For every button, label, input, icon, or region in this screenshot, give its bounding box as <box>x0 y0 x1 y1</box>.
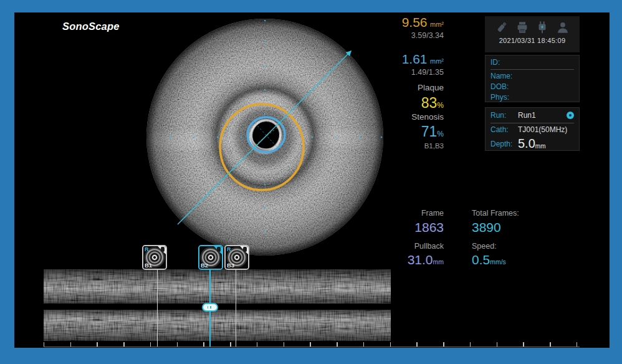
total-frames-column: Total Frames: 3890 Speed: 0.5mm/s <box>472 209 590 266</box>
recorded-marker: R <box>145 246 149 252</box>
plaque-value: 83% <box>325 96 444 110</box>
run-info-icon[interactable] <box>567 112 574 119</box>
monitor-bezel: { "brand": { "logo": "SonoScape" }, "too… <box>0 0 622 364</box>
bookmark-thumbnail-b3[interactable]: R B3 <box>224 245 249 270</box>
printer-icon[interactable] <box>515 21 529 34</box>
patient-info-panel: ID: Name: DOB: Phys: <box>485 55 580 102</box>
cath-label: Cath: <box>490 125 518 134</box>
patient-name-field: Name: <box>490 71 574 82</box>
frame-slider-handle[interactable] <box>202 303 218 312</box>
stenosis-value: 71% <box>325 125 444 139</box>
catheter-row: Cath: TJ001(50MHz) <box>490 123 574 136</box>
depth-row: Depth: 5.0 mm <box>490 136 574 151</box>
sonoscape-logo: SonoScape <box>62 21 120 32</box>
user-icon[interactable] <box>556 21 570 34</box>
depth-unit: mm <box>535 143 546 151</box>
stenosis-label: Stenosis <box>325 113 444 122</box>
pullback-ruler <box>44 342 580 347</box>
system-toolbar: 2021/03/31 18:45:09 <box>485 16 580 52</box>
lumen-area-value: 1.61 mm² <box>325 52 444 65</box>
run-value: Run1 <box>518 111 536 120</box>
usb-icon[interactable] <box>495 21 509 34</box>
bookmark-label: B1 <box>145 262 152 269</box>
speed-label: Speed: <box>472 242 590 251</box>
snapshot-icon <box>161 247 165 252</box>
speed-value: 0.5mm/s <box>472 253 590 266</box>
measurement-panel: 9.56 mm² 3.59/3.34 1.61 mm² 1.49/1.35 Pl… <box>325 16 444 150</box>
catheter-lumen <box>253 122 279 148</box>
run-info-panel: Run: Run1 Cath: TJ001(50MHz) Depth: 5.0 … <box>485 107 580 151</box>
patient-dob-field: DOB: <box>490 82 574 92</box>
bookmark-line-b1[interactable] <box>157 270 158 347</box>
pullback-value: 31.0mm <box>325 253 444 266</box>
power-plug-icon[interactable] <box>535 21 549 34</box>
patient-phys-field: Phys: <box>490 92 574 103</box>
run-label: Run: <box>490 111 518 120</box>
bookmark-thumbnail-b1[interactable]: R B1 <box>142 245 167 270</box>
plaque-label: Plaque <box>325 84 444 92</box>
snapshot-icon <box>243 247 247 252</box>
frame-info-column: Frame 1863 Pullback 31.0mm <box>325 209 444 266</box>
bookmark-label: B3 <box>227 262 234 269</box>
total-frames-label: Total Frames: <box>472 209 590 218</box>
longitudinal-strip-upper[interactable] <box>44 269 391 304</box>
frame-value: 1863 <box>325 221 444 234</box>
total-frames-value: 3890 <box>472 221 590 234</box>
recorded-marker: R <box>227 246 231 252</box>
frame-label: Frame <box>325 209 444 218</box>
patient-id-field[interactable]: ID: <box>490 55 574 70</box>
bookmark-label: B2 <box>201 262 208 269</box>
depth-label: Depth: <box>490 140 518 148</box>
slider-grip-bars <box>208 306 213 309</box>
lumen-diameters: 1.49/1.35 <box>325 69 444 77</box>
run-selector-row[interactable]: Run: Run1 <box>490 108 574 123</box>
datetime-display: 2021/03/31 18:45:09 <box>485 37 580 44</box>
snapshot-icon <box>217 247 221 252</box>
pullback-label: Pullback <box>325 242 444 251</box>
app-screen: SonoScape <box>14 12 610 348</box>
depth-value: 5.0 <box>518 136 535 151</box>
bookmark-thumbnail-b2[interactable]: B2 <box>198 245 223 270</box>
stenosis-reference-bookmarks: B1,B3 <box>325 143 444 150</box>
bookmark-line-b3[interactable] <box>236 270 236 347</box>
longitudinal-strip-lower[interactable] <box>44 310 391 341</box>
eem-diameters: 3.59/3.34 <box>325 32 444 40</box>
cath-value: TJ001(50MHz) <box>518 125 567 134</box>
eem-area-value: 9.56 mm² <box>325 16 444 29</box>
